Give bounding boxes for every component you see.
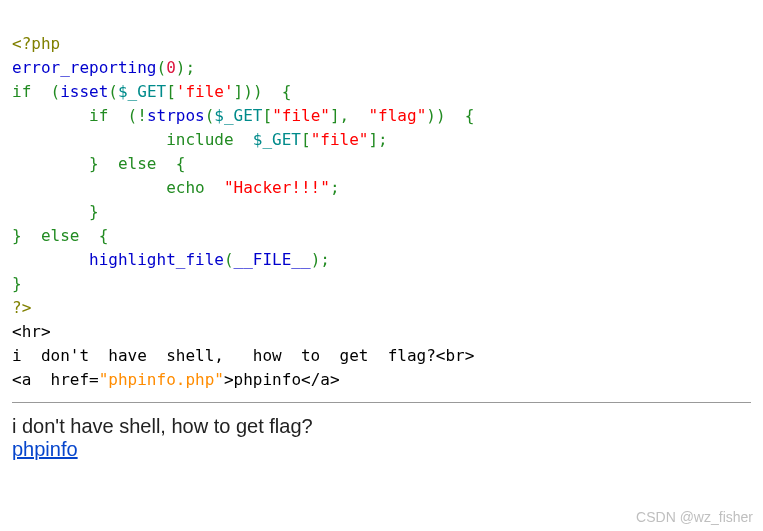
str-file-single: 'file' (176, 82, 234, 101)
fn-strpos: strpos (147, 106, 205, 125)
bracket-open: [ (166, 82, 176, 101)
bracket-close: ] (234, 82, 244, 101)
brace-close: } (12, 274, 22, 293)
semicolon: ; (320, 250, 330, 269)
brace-close: } (12, 226, 22, 245)
kw-else: else (118, 154, 157, 173)
kw-if: if (89, 106, 108, 125)
paren-open: ( (205, 106, 215, 125)
str-hacker: "Hacker!!!" (224, 178, 330, 197)
html-br-tag: <br> (436, 346, 475, 365)
fn-highlight-file: highlight_file (89, 250, 224, 269)
html-a-open-end: > (224, 370, 234, 389)
php-open-tag: <?php (12, 34, 60, 53)
php-close-tag: ?> (12, 298, 31, 317)
brace-close: } (89, 202, 99, 221)
paren-open: ( (108, 82, 118, 101)
paren-close: ) (311, 250, 321, 269)
semicolon: ; (378, 130, 388, 149)
bracket-open: [ (262, 106, 272, 125)
paren-open: ( (128, 106, 138, 125)
html-text-line: i don't have shell, how to get flag? (12, 346, 436, 365)
num-zero: 0 (166, 58, 176, 77)
semicolon: ; (185, 58, 195, 77)
brace-close: } (89, 154, 99, 173)
fn-error-reporting: error_reporting (12, 58, 157, 77)
brace-open: { (99, 226, 109, 245)
semicolon: ; (330, 178, 340, 197)
html-a-close: </a> (301, 370, 340, 389)
question-text: i don't have shell, how to get flag? (12, 415, 751, 438)
kw-echo: echo (166, 178, 205, 197)
paren-open: ( (224, 250, 234, 269)
rendered-output: i don't have shell, how to get flag? php… (12, 415, 751, 461)
var-get: $_GET (118, 82, 166, 101)
str-file-double: "file" (272, 106, 330, 125)
comma: , (340, 106, 350, 125)
op-not: ! (137, 106, 147, 125)
bracket-close: ] (330, 106, 340, 125)
html-href-value: "phpinfo.php" (99, 370, 224, 389)
kw-include: include (166, 130, 233, 149)
var-get: $_GET (253, 130, 301, 149)
paren-close: ) (436, 106, 446, 125)
paren-close: ) (243, 82, 253, 101)
str-flag: "flag" (368, 106, 426, 125)
html-a-text: phpinfo (234, 370, 301, 389)
kw-if: if (12, 82, 31, 101)
bracket-close: ] (368, 130, 378, 149)
bracket-open: [ (301, 130, 311, 149)
php-source-code: <?php error_reporting(0); if (isset($_GE… (12, 8, 751, 392)
html-a-open: <a href= (12, 370, 99, 389)
brace-open: { (176, 154, 186, 173)
fn-isset: isset (60, 82, 108, 101)
var-get: $_GET (214, 106, 262, 125)
paren-close: ) (176, 58, 186, 77)
paren-close: ) (426, 106, 436, 125)
const-file: __FILE__ (234, 250, 311, 269)
brace-open: { (282, 82, 292, 101)
horizontal-rule (12, 402, 751, 403)
watermark-text: CSDN @wz_fisher (636, 509, 753, 525)
paren-close: ) (253, 82, 263, 101)
html-hr-tag: <hr> (12, 322, 51, 341)
brace-open: { (465, 106, 475, 125)
paren-open: ( (51, 82, 61, 101)
kw-else: else (41, 226, 80, 245)
phpinfo-link[interactable]: phpinfo (12, 438, 78, 460)
paren-open: ( (157, 58, 167, 77)
str-file-double: "file" (311, 130, 369, 149)
